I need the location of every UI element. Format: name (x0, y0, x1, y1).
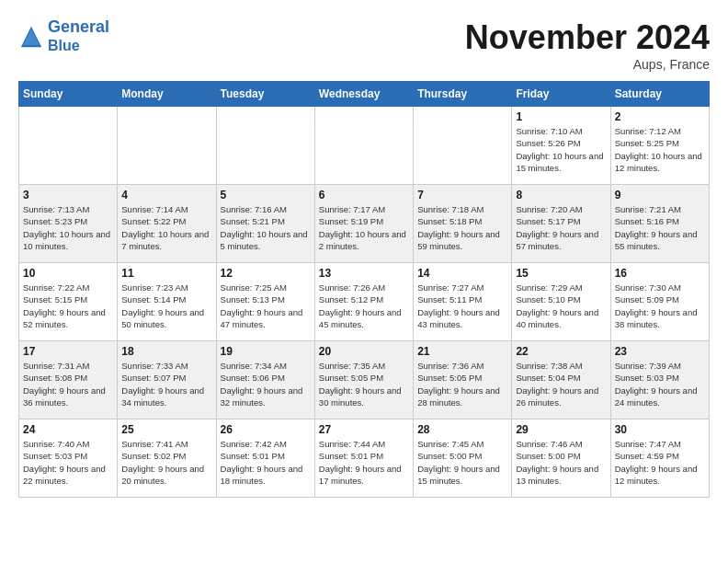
weekday-header-friday: Friday (512, 82, 610, 107)
day-info: Sunrise: 7:26 AM Sunset: 5:12 PM Dayligh… (319, 282, 409, 330)
day-number: 29 (516, 423, 606, 436)
logo-line2: Blue (48, 38, 80, 53)
week-row-3: 10Sunrise: 7:22 AM Sunset: 5:15 PM Dayli… (19, 263, 710, 341)
day-cell: 6Sunrise: 7:17 AM Sunset: 5:19 PM Daylig… (314, 185, 413, 263)
day-cell: 29Sunrise: 7:46 AM Sunset: 5:00 PM Dayli… (512, 419, 610, 498)
day-cell: 24Sunrise: 7:40 AM Sunset: 5:03 PM Dayli… (19, 419, 118, 498)
day-number: 24 (23, 423, 113, 436)
weekday-header-saturday: Saturday (610, 82, 709, 107)
day-info: Sunrise: 7:17 AM Sunset: 5:19 PM Dayligh… (319, 203, 409, 252)
day-cell (19, 107, 118, 185)
day-number: 8 (516, 189, 606, 201)
day-cell: 9Sunrise: 7:21 AM Sunset: 5:16 PM Daylig… (610, 185, 709, 263)
day-cell: 7Sunrise: 7:18 AM Sunset: 5:18 PM Daylig… (414, 185, 512, 263)
day-info: Sunrise: 7:29 AM Sunset: 5:10 PM Dayligh… (516, 282, 606, 330)
day-info: Sunrise: 7:13 AM Sunset: 5:23 PM Dayligh… (23, 203, 113, 252)
day-cell: 12Sunrise: 7:25 AM Sunset: 5:13 PM Dayli… (216, 263, 314, 341)
day-info: Sunrise: 7:40 AM Sunset: 5:03 PM Dayligh… (23, 438, 113, 487)
day-info: Sunrise: 7:16 AM Sunset: 5:21 PM Dayligh… (221, 203, 311, 252)
day-info: Sunrise: 7:30 AM Sunset: 5:09 PM Dayligh… (615, 282, 705, 330)
weekday-header-sunday: Sunday (19, 82, 118, 107)
day-number: 12 (221, 267, 311, 280)
day-info: Sunrise: 7:33 AM Sunset: 5:07 PM Dayligh… (121, 360, 211, 408)
week-row-4: 17Sunrise: 7:31 AM Sunset: 5:08 PM Dayli… (19, 341, 710, 419)
day-cell (414, 107, 512, 185)
weekday-header-wednesday: Wednesday (314, 82, 413, 107)
day-number: 19 (221, 345, 311, 358)
day-cell: 25Sunrise: 7:41 AM Sunset: 5:02 PM Dayli… (118, 419, 216, 498)
day-info: Sunrise: 7:10 AM Sunset: 5:26 PM Dayligh… (516, 125, 606, 174)
day-info: Sunrise: 7:39 AM Sunset: 5:03 PM Dayligh… (615, 360, 705, 408)
day-info: Sunrise: 7:34 AM Sunset: 5:06 PM Dayligh… (221, 360, 311, 408)
day-info: Sunrise: 7:47 AM Sunset: 4:59 PM Dayligh… (615, 438, 705, 487)
day-cell: 15Sunrise: 7:29 AM Sunset: 5:10 PM Dayli… (512, 263, 610, 341)
day-number: 14 (417, 267, 507, 280)
day-number: 23 (615, 345, 705, 358)
week-row-5: 24Sunrise: 7:40 AM Sunset: 5:03 PM Dayli… (19, 419, 710, 498)
day-number: 28 (417, 423, 507, 436)
day-info: Sunrise: 7:38 AM Sunset: 5:04 PM Dayligh… (516, 360, 606, 408)
day-cell: 30Sunrise: 7:47 AM Sunset: 4:59 PM Dayli… (610, 419, 709, 498)
day-info: Sunrise: 7:20 AM Sunset: 5:17 PM Dayligh… (516, 203, 606, 252)
day-info: Sunrise: 7:42 AM Sunset: 5:01 PM Dayligh… (221, 438, 311, 487)
day-cell: 26Sunrise: 7:42 AM Sunset: 5:01 PM Dayli… (216, 419, 314, 498)
day-cell: 10Sunrise: 7:22 AM Sunset: 5:15 PM Dayli… (19, 263, 118, 341)
day-info: Sunrise: 7:27 AM Sunset: 5:11 PM Dayligh… (417, 282, 507, 330)
day-number: 18 (121, 345, 211, 358)
svg-marker-1 (23, 29, 40, 44)
day-cell: 14Sunrise: 7:27 AM Sunset: 5:11 PM Dayli… (414, 263, 512, 341)
day-cell: 16Sunrise: 7:30 AM Sunset: 5:09 PM Dayli… (610, 263, 709, 341)
day-cell: 20Sunrise: 7:35 AM Sunset: 5:05 PM Dayli… (314, 341, 413, 419)
day-number: 5 (221, 189, 311, 201)
day-number: 6 (319, 189, 409, 201)
day-info: Sunrise: 7:12 AM Sunset: 5:25 PM Dayligh… (615, 125, 705, 174)
day-cell (314, 107, 413, 185)
day-number: 2 (615, 110, 705, 123)
day-number: 25 (121, 423, 211, 436)
day-number: 30 (615, 423, 705, 436)
day-number: 1 (516, 110, 606, 123)
day-cell (216, 107, 314, 185)
day-cell: 23Sunrise: 7:39 AM Sunset: 5:03 PM Dayli… (610, 341, 709, 419)
logo-text: General Blue (48, 18, 109, 55)
day-info: Sunrise: 7:18 AM Sunset: 5:18 PM Dayligh… (417, 203, 507, 252)
day-number: 9 (615, 189, 705, 201)
day-info: Sunrise: 7:45 AM Sunset: 5:00 PM Dayligh… (417, 438, 507, 487)
day-number: 4 (121, 189, 211, 201)
day-number: 27 (319, 423, 409, 436)
day-cell: 21Sunrise: 7:36 AM Sunset: 5:05 PM Dayli… (414, 341, 512, 419)
title-area: November 2024 Aups, France (465, 18, 710, 72)
day-info: Sunrise: 7:44 AM Sunset: 5:01 PM Dayligh… (319, 438, 409, 487)
day-number: 10 (23, 267, 113, 280)
weekday-header-row: SundayMondayTuesdayWednesdayThursdayFrid… (19, 82, 710, 107)
weekday-header-monday: Monday (118, 82, 216, 107)
day-cell (118, 107, 216, 185)
day-number: 21 (417, 345, 507, 358)
day-cell: 5Sunrise: 7:16 AM Sunset: 5:21 PM Daylig… (216, 185, 314, 263)
day-info: Sunrise: 7:31 AM Sunset: 5:08 PM Dayligh… (23, 360, 113, 408)
day-cell: 1Sunrise: 7:10 AM Sunset: 5:26 PM Daylig… (512, 107, 610, 185)
week-row-1: 1Sunrise: 7:10 AM Sunset: 5:26 PM Daylig… (19, 107, 710, 185)
day-cell: 2Sunrise: 7:12 AM Sunset: 5:25 PM Daylig… (610, 107, 709, 185)
day-number: 17 (23, 345, 113, 358)
day-info: Sunrise: 7:14 AM Sunset: 5:22 PM Dayligh… (121, 203, 211, 252)
day-cell: 17Sunrise: 7:31 AM Sunset: 5:08 PM Dayli… (19, 341, 118, 419)
day-info: Sunrise: 7:22 AM Sunset: 5:15 PM Dayligh… (23, 282, 113, 330)
day-info: Sunrise: 7:25 AM Sunset: 5:13 PM Dayligh… (221, 282, 311, 330)
day-cell: 8Sunrise: 7:20 AM Sunset: 5:17 PM Daylig… (512, 185, 610, 263)
weekday-header-thursday: Thursday (414, 82, 512, 107)
page-header: General Blue November 2024 Aups, France (18, 18, 710, 72)
weekday-header-tuesday: Tuesday (216, 82, 314, 107)
day-cell: 27Sunrise: 7:44 AM Sunset: 5:01 PM Dayli… (314, 419, 413, 498)
day-cell: 22Sunrise: 7:38 AM Sunset: 5:04 PM Dayli… (512, 341, 610, 419)
day-number: 11 (121, 267, 211, 280)
day-number: 26 (221, 423, 311, 436)
day-info: Sunrise: 7:36 AM Sunset: 5:05 PM Dayligh… (417, 360, 507, 408)
day-info: Sunrise: 7:41 AM Sunset: 5:02 PM Dayligh… (121, 438, 211, 487)
day-info: Sunrise: 7:35 AM Sunset: 5:05 PM Dayligh… (319, 360, 409, 408)
month-title: November 2024 (465, 18, 710, 57)
day-cell: 18Sunrise: 7:33 AM Sunset: 5:07 PM Dayli… (118, 341, 216, 419)
day-number: 3 (23, 189, 113, 201)
day-cell: 3Sunrise: 7:13 AM Sunset: 5:23 PM Daylig… (19, 185, 118, 263)
day-number: 13 (319, 267, 409, 280)
